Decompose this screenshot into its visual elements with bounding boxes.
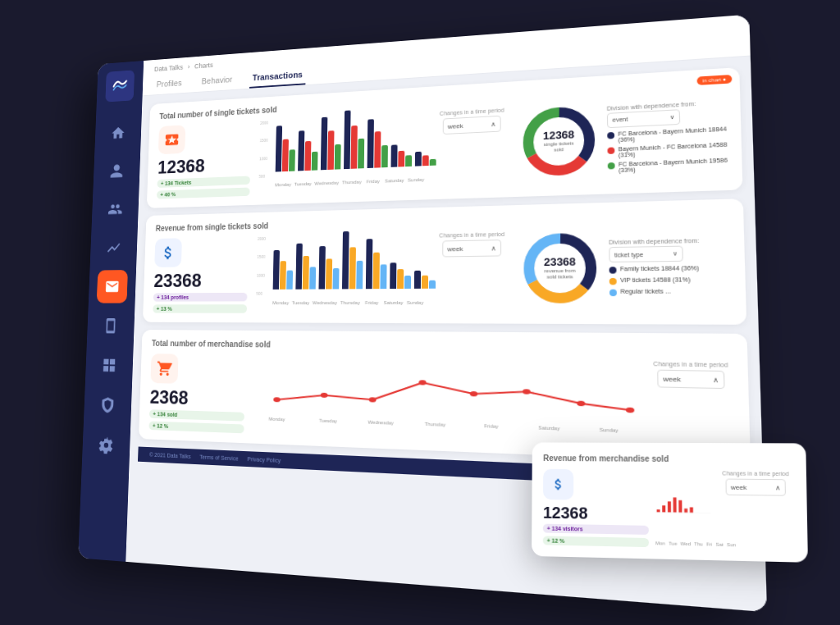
bar-group-sun (415, 151, 436, 167)
floating-time-selector: Changes in a time period week ∧ (717, 470, 795, 495)
svg-point-9 (321, 393, 328, 398)
app-logo (105, 70, 135, 102)
card1-bar-chart: 2000 1500 1000 500 (258, 112, 425, 188)
sidebar-item-chart[interactable] (98, 231, 130, 265)
card3-left: 2368 + 134 sold + 12 % (148, 354, 245, 433)
card2-number: 23368 (153, 271, 248, 290)
card3-chart-area: Monday Tuesday Wednesday Thursday Friday… (253, 355, 637, 434)
card3-number: 2368 (149, 388, 244, 409)
card2-time-dropdown[interactable]: week ∧ (442, 240, 501, 257)
card1-left: 12368 + 134 Tickets + 40 % (157, 121, 252, 199)
floating-card-revenue: Revenue from merchandise sold 12368 + 13… (532, 442, 808, 562)
card1-donut-container: 12368 single tickets sold Division with … (519, 94, 728, 180)
tab-transactions[interactable]: Transactions (249, 65, 306, 89)
svg-rect-16 (657, 509, 660, 512)
floating-badge1: + 134 visitors (543, 524, 649, 535)
card3-time-selector: Changes in a time period week ∧ (647, 361, 734, 390)
card1-badge1: + 134 Tickets (157, 176, 249, 188)
floating-number: 12368 (543, 504, 649, 522)
card2-chart-area: 2000 1500 1000 500 (256, 233, 424, 305)
card1-y-axis: 2000 1500 1000 500 (259, 121, 269, 179)
card2-division: Division with dependence from: ticket ty… (609, 237, 732, 296)
floating-chart-area: Mon Tue Wed Thu Fri Sat Sun (655, 470, 711, 547)
card2-body: 23368 + 134 profiles + 13 % 200 (153, 226, 733, 314)
floating-time-dropdown[interactable]: week ∧ (725, 479, 785, 496)
card1-time-dropdown[interactable]: week ∧ (443, 116, 501, 135)
sidebar-item-group[interactable] (99, 193, 130, 226)
floating-card-body: 12368 + 134 visitors + 12 % (543, 469, 796, 550)
card2-bars (272, 233, 424, 299)
card1-donut-center: 12368 single tickets sold (539, 129, 578, 154)
card1-number: 12368 (158, 154, 251, 176)
floating-icon (543, 469, 573, 500)
sidebar-item-settings[interactable] (90, 427, 122, 463)
svg-rect-20 (678, 500, 682, 513)
card2-time-selector: Changes in a time period week ∧ (434, 231, 509, 258)
bar-group-fri (368, 118, 389, 168)
card1-top-badge: in chart ● (697, 75, 733, 85)
card3-body: 2368 + 134 sold + 12 % (148, 354, 736, 452)
svg-point-8 (273, 397, 281, 402)
svg-point-15 (626, 408, 634, 413)
svg-rect-21 (684, 509, 687, 513)
card2-donut-center: 23368 revenue from sold tickets (540, 256, 580, 281)
card1-icon (158, 125, 185, 154)
card2-badge1: + 134 profiles (153, 293, 248, 302)
card2-y-axis: 2000 1500 1000 500 (256, 236, 266, 296)
card1-bars (275, 112, 425, 181)
legend-item-3: FC Barcelona - Bayern Munich 19586 (33%) (608, 157, 729, 173)
card3-title: Total number of merchandise sold (152, 339, 734, 354)
card2-day-labels: Monday Tuesday Wednesday Thursday Friday… (272, 300, 424, 305)
card2-icon (154, 238, 182, 267)
card1-time-selector: Changes in a time period week ∧ (435, 107, 509, 135)
footer-privacy[interactable]: Privacy Policy (247, 456, 281, 463)
footer-tos[interactable]: Terms of Service (199, 454, 238, 462)
legend-item-1: FC Barcelona - Bayern Munich 18844 (36%) (607, 125, 728, 143)
card1-badge2: + 40 % (157, 187, 250, 198)
floating-day-labels: Mon Tue Wed Thu Fri Sat Sun (655, 541, 711, 546)
card1-chart-area: 2000 1500 1000 500 (258, 112, 425, 188)
floating-metric-left: 12368 + 134 visitors + 12 % (543, 469, 649, 547)
bar-group-mon (276, 125, 296, 171)
svg-rect-19 (673, 497, 677, 512)
card2-legend: Family tickets 18844 (36%) VIP tickets 1… (609, 264, 733, 296)
card1-donut: 12368 single tickets sold (519, 102, 599, 180)
svg-point-13 (523, 389, 531, 395)
floating-badge2: + 12 % (543, 536, 649, 547)
card3-icon (150, 354, 178, 384)
card2-bar-chart: 2000 1500 1000 500 (256, 233, 424, 305)
card2-badge2: + 13 % (153, 304, 247, 313)
sidebar-item-grid[interactable] (94, 349, 125, 383)
svg-rect-18 (668, 501, 671, 512)
svg-line-23 (655, 512, 710, 513)
card3-line-chart (253, 355, 637, 423)
card2-donut-container: 23368 revenue from sold tickets Division… (520, 226, 733, 307)
tab-profiles[interactable]: Profiles (153, 74, 185, 95)
footer-copyright: © 2021 Data Talks (149, 452, 191, 459)
card3-time-dropdown[interactable]: week ∧ (657, 370, 725, 390)
sidebar-item-home[interactable] (103, 116, 134, 150)
card2-left: 23368 + 134 profiles + 13 % (153, 237, 249, 313)
svg-point-14 (577, 401, 585, 407)
floating-card-title: Revenue from merchandise sold (543, 454, 794, 464)
tab-behavior[interactable]: Behavior (199, 70, 235, 92)
legend-item-2: Bayern Munich - FC Barcelona 14588 (31%) (607, 141, 728, 158)
sidebar-item-shield[interactable] (92, 388, 124, 422)
card2-division-dropdown[interactable]: ticket type ∨ (609, 246, 683, 262)
sidebar-item-mobile[interactable] (95, 309, 126, 343)
bar-group-thu (344, 109, 365, 169)
card-revenue-tickets: Revenue from single tickets sold 23368 +… (143, 198, 746, 325)
card3-badge1: + 134 sold (149, 409, 244, 421)
floating-bar-chart (655, 470, 711, 537)
card3-badge2: + 12 % (148, 422, 244, 434)
svg-rect-22 (690, 507, 693, 513)
bar-group-tue (298, 130, 318, 171)
sidebar-item-email[interactable] (97, 270, 128, 303)
card1-division: Division with dependence from: event ∨ F… (607, 98, 729, 173)
scene: Data Talks › Charts Profiles Behavior Tr… (30, 17, 810, 608)
card1-division-dropdown[interactable]: event ∨ (607, 109, 680, 128)
card2-donut: 23368 revenue from sold tickets (520, 229, 600, 307)
svg-point-12 (470, 391, 478, 396)
sidebar-item-profile[interactable] (101, 154, 132, 188)
card1-legend: FC Barcelona - Bayern Munich 18844 (36%)… (607, 125, 728, 173)
